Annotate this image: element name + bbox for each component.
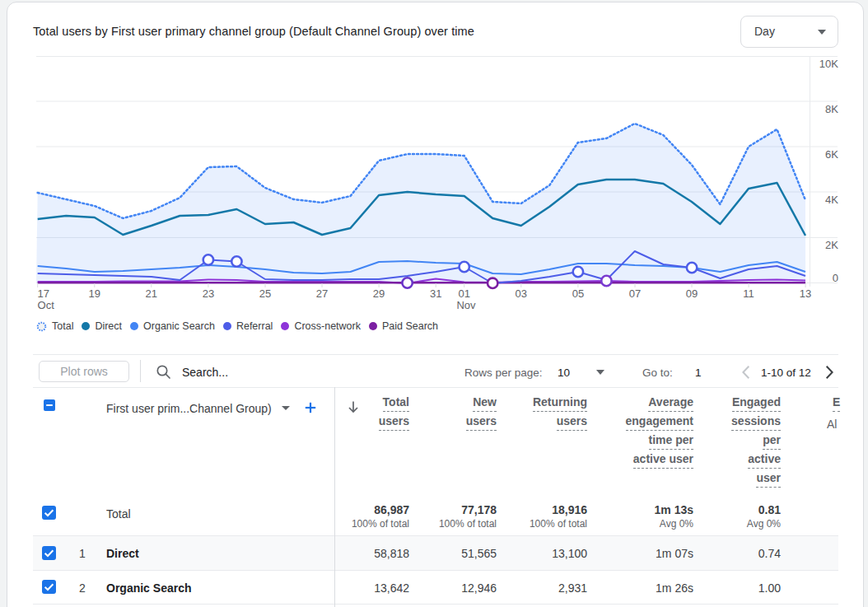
svg-text:29: 29 — [373, 287, 385, 300]
svg-text:4K: 4K — [825, 194, 838, 206]
svg-text:21: 21 — [146, 287, 157, 300]
svg-text:Oct: Oct — [38, 299, 55, 311]
svg-text:11: 11 — [743, 287, 754, 300]
svg-text:03: 03 — [516, 287, 527, 300]
svg-text:0: 0 — [833, 272, 838, 284]
svg-text:01: 01 — [458, 287, 469, 300]
svg-text:27: 27 — [316, 287, 328, 300]
svg-text:17: 17 — [37, 287, 49, 300]
svg-text:8K: 8K — [825, 103, 838, 115]
svg-text:Nov: Nov — [456, 299, 476, 311]
svg-text:6K: 6K — [825, 148, 838, 161]
svg-text:2K: 2K — [825, 239, 838, 251]
svg-text:05: 05 — [572, 287, 584, 300]
svg-text:23: 23 — [203, 287, 214, 300]
svg-text:07: 07 — [629, 287, 641, 300]
svg-text:09: 09 — [686, 287, 698, 300]
svg-text:10K: 10K — [819, 58, 838, 70]
svg-text:25: 25 — [259, 287, 271, 300]
svg-text:31: 31 — [430, 287, 441, 300]
svg-text:19: 19 — [89, 287, 100, 300]
svg-text:13: 13 — [800, 287, 811, 300]
